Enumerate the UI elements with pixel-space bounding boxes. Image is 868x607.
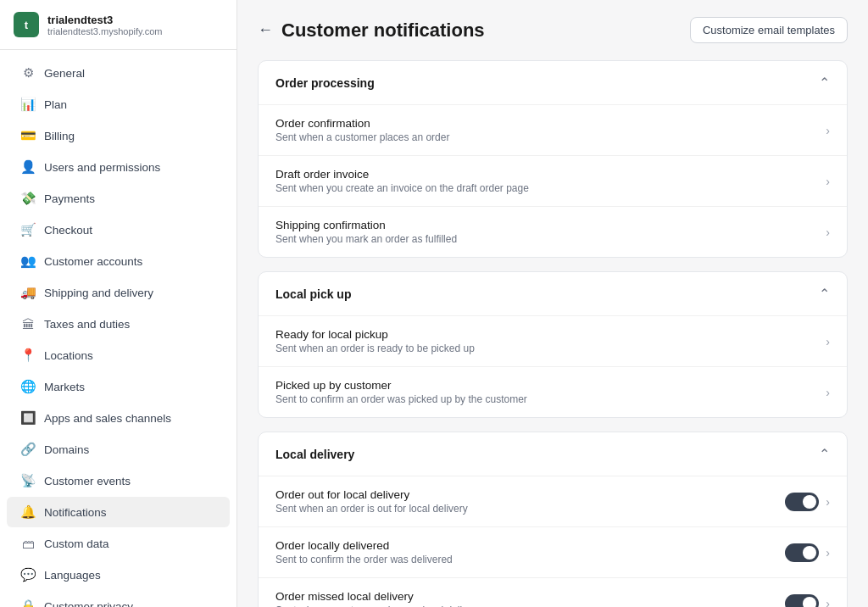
item-desc-draft-order-invoice: Sent when you create an invoice on the d…: [275, 182, 819, 194]
sidebar-item-shipping[interactable]: 🚚 Shipping and delivery: [7, 277, 230, 308]
item-desc-order-locally-delivered: Sent to confirm the order was delivered: [275, 554, 785, 565]
nav-icon-custom-data: 🗃: [20, 536, 36, 551]
item-title-picked-up-by-customer: Picked up by customer: [275, 379, 819, 392]
item-content-picked-up-by-customer: Picked up by customer Sent to confirm an…: [275, 379, 819, 405]
toggle-order-out-delivery[interactable]: [785, 493, 819, 511]
nav-label-customer-accounts: Customer accounts: [44, 255, 142, 268]
item-title-order-missed-delivery: Order missed local delivery: [275, 590, 785, 603]
sidebar-item-customer-events[interactable]: 📡 Customer events: [7, 465, 230, 496]
nav-label-languages: Languages: [44, 569, 101, 582]
item-picked-up-by-customer[interactable]: Picked up by customer Sent to confirm an…: [259, 366, 847, 417]
item-title-draft-order-invoice: Draft order invoice: [275, 168, 819, 181]
item-order-confirmation[interactable]: Order confirmation Sent when a customer …: [259, 104, 847, 155]
sidebar-item-checkout[interactable]: 🛒 Checkout: [7, 214, 230, 245]
nav-icon-checkout: 🛒: [20, 222, 36, 237]
item-shipping-confirmation[interactable]: Shipping confirmation Sent when you mark…: [259, 206, 847, 257]
item-title-order-out-delivery: Order out for local delivery: [275, 488, 785, 501]
nav-label-domains: Domains: [44, 443, 89, 456]
item-content-ready-for-pickup: Ready for local pickup Sent when an orde…: [275, 328, 819, 354]
sidebar-item-notifications[interactable]: 🔔 Notifications: [7, 497, 230, 527]
section-order-processing: Order processing ⌃ Order confirmation Se…: [258, 60, 848, 258]
store-initials: t: [25, 19, 28, 31]
sidebar-nav: ⚙ General 📊 Plan 💳 Billing 👤 Users and p…: [0, 50, 236, 607]
nav-label-markets: Markets: [44, 381, 85, 393]
store-info: trialendtest3 trialendtest3.myshopify.co…: [47, 14, 163, 36]
sidebar-item-taxes[interactable]: 🏛 Taxes and duties: [7, 309, 230, 339]
sections-container: Order processing ⌃ Order confirmation Se…: [258, 60, 848, 607]
section-local-pickup: Local pick up ⌃ Ready for local pickup S…: [258, 271, 848, 418]
item-content-draft-order-invoice: Draft order invoice Sent when you create…: [275, 168, 819, 194]
sidebar-item-markets[interactable]: 🌐 Markets: [7, 371, 230, 402]
sidebar-item-apps[interactable]: 🔲 Apps and sales channels: [7, 403, 230, 433]
arrow-icon-picked-up-by-customer: ›: [826, 386, 830, 399]
arrow-icon-order-out-delivery: ›: [826, 495, 830, 509]
arrow-icon-shipping-confirmation: ›: [826, 226, 830, 239]
nav-label-apps: Apps and sales channels: [44, 412, 171, 425]
section-header-local-pickup[interactable]: Local pick up ⌃: [259, 272, 847, 315]
arrow-icon-order-missed-delivery: ›: [826, 597, 830, 608]
item-content-order-confirmation: Order confirmation Sent when a customer …: [275, 117, 819, 143]
nav-label-users: Users and permissions: [44, 161, 160, 174]
arrow-icon-order-locally-delivered: ›: [826, 546, 830, 560]
section-header-order-processing[interactable]: Order processing ⌃: [259, 61, 847, 104]
main-content: ← Customer notifications Customize email…: [237, 0, 868, 607]
sidebar-item-plan[interactable]: 📊 Plan: [7, 89, 230, 120]
item-content-shipping-confirmation: Shipping confirmation Sent when you mark…: [275, 219, 819, 245]
item-content-order-locally-delivered: Order locally delivered Sent to confirm …: [275, 539, 785, 565]
nav-icon-locations: 📍: [20, 348, 36, 363]
store-name: trialendtest3: [47, 14, 163, 26]
nav-label-locations: Locations: [44, 349, 93, 362]
nav-label-custom-data: Custom data: [44, 537, 109, 550]
nav-label-notifications: Notifications: [44, 506, 107, 519]
sidebar-item-locations[interactable]: 📍 Locations: [7, 340, 230, 370]
nav-icon-shipping: 🚚: [20, 285, 36, 300]
sidebar-item-customer-accounts[interactable]: 👥 Customer accounts: [7, 246, 230, 276]
arrow-icon-order-confirmation: ›: [826, 124, 830, 137]
nav-icon-markets: 🌐: [20, 379, 36, 394]
item-draft-order-invoice[interactable]: Draft order invoice Sent when you create…: [259, 155, 847, 206]
customize-email-button[interactable]: Customize email templates: [690, 17, 848, 43]
nav-label-shipping: Shipping and delivery: [44, 287, 153, 299]
item-title-order-locally-delivered: Order locally delivered: [275, 539, 785, 552]
item-order-locally-delivered[interactable]: Order locally delivered Sent to confirm …: [259, 526, 847, 577]
arrow-icon-ready-for-pickup: ›: [826, 335, 830, 348]
item-desc-ready-for-pickup: Sent when an order is ready to be picked…: [275, 342, 819, 354]
nav-icon-customer-privacy: 🔒: [20, 599, 36, 607]
sidebar-item-customer-privacy[interactable]: 🔒 Customer privacy: [7, 591, 230, 607]
nav-label-plan: Plan: [44, 98, 67, 111]
item-title-ready-for-pickup: Ready for local pickup: [275, 328, 819, 341]
item-title-shipping-confirmation: Shipping confirmation: [275, 219, 819, 231]
section-header-local-delivery[interactable]: Local delivery ⌃: [259, 432, 847, 476]
back-button[interactable]: ←: [258, 21, 273, 39]
toggle-order-missed-delivery[interactable]: [785, 594, 819, 608]
item-order-out-delivery[interactable]: Order out for local delivery Sent when a…: [259, 476, 847, 526]
chevron-icon-local-pickup: ⌃: [819, 286, 830, 302]
sidebar-item-payments[interactable]: 💸 Payments: [7, 183, 230, 214]
item-ready-for-pickup[interactable]: Ready for local pickup Sent when an orde…: [259, 315, 847, 366]
item-desc-picked-up-by-customer: Sent to confirm an order was picked up b…: [275, 393, 819, 405]
sidebar-item-billing[interactable]: 💳 Billing: [7, 120, 230, 151]
sidebar-item-users[interactable]: 👤 Users and permissions: [7, 152, 230, 182]
nav-icon-customer-events: 📡: [20, 473, 36, 488]
nav-icon-languages: 💬: [20, 567, 36, 582]
nav-label-checkout: Checkout: [44, 224, 92, 237]
chevron-icon-local-delivery: ⌃: [819, 446, 830, 462]
sidebar-item-domains[interactable]: 🔗 Domains: [7, 434, 230, 465]
nav-icon-payments: 💸: [20, 191, 36, 206]
store-header: t trialendtest3 trialendtest3.myshopify.…: [0, 0, 236, 50]
arrow-icon-draft-order-invoice: ›: [826, 175, 830, 188]
toggle-wrap-order-out-delivery: [785, 493, 819, 511]
sidebar-item-general[interactable]: ⚙ General: [7, 58, 230, 88]
sidebar-item-custom-data[interactable]: 🗃 Custom data: [7, 528, 230, 559]
section-title-order-processing: Order processing: [275, 76, 375, 90]
item-desc-shipping-confirmation: Sent when you mark an order as fulfilled: [275, 233, 819, 245]
toggle-order-locally-delivered[interactable]: [785, 543, 819, 562]
chevron-icon-order-processing: ⌃: [819, 75, 830, 91]
sidebar-item-languages[interactable]: 💬 Languages: [7, 560, 230, 590]
section-local-delivery: Local delivery ⌃ Order out for local del…: [258, 432, 848, 607]
nav-icon-domains: 🔗: [20, 442, 36, 457]
section-title-local-delivery: Local delivery: [275, 448, 354, 461]
item-desc-order-confirmation: Sent when a customer places an order: [275, 131, 819, 143]
nav-icon-customer-accounts: 👥: [20, 253, 36, 269]
item-order-missed-delivery[interactable]: Order missed local delivery Sent when a …: [259, 577, 847, 607]
